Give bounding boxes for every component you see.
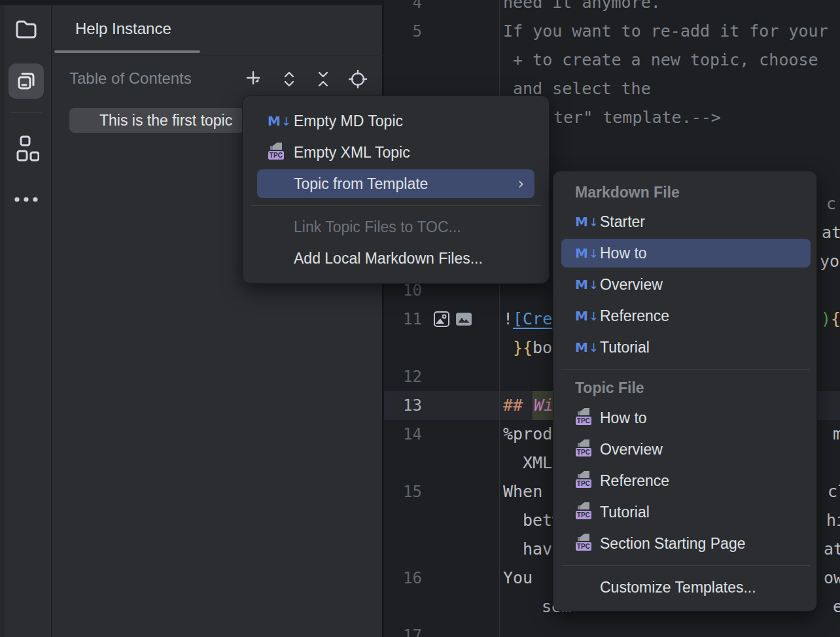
submenu-item-label: Tutorial bbox=[600, 333, 650, 362]
submenu-item-markdown-file-overview[interactable]: M↓Overview bbox=[561, 270, 811, 299]
add-icon[interactable] bbox=[245, 69, 264, 89]
submenu-section-header-markdown-file: Markdown File bbox=[575, 181, 680, 204]
submenu-item-label: Overview bbox=[600, 270, 663, 299]
panel-title: Table of Contents bbox=[69, 69, 192, 88]
collapse-all-icon[interactable] bbox=[313, 69, 333, 89]
panel-divider bbox=[52, 55, 383, 56]
more-tool-windows-button[interactable] bbox=[9, 182, 44, 217]
project-tool-button[interactable] bbox=[9, 12, 44, 47]
line-number: 4 bbox=[384, 0, 422, 17]
line-number: 16 bbox=[384, 564, 422, 593]
markdown-icon: M↓ bbox=[575, 337, 595, 357]
tab-underline bbox=[54, 50, 200, 53]
submenu-item-label: Section Starting Page bbox=[600, 529, 745, 558]
menu-separator bbox=[561, 369, 810, 370]
structure-tool-button[interactable] bbox=[9, 132, 44, 167]
line-number: 12 bbox=[384, 362, 422, 391]
topic-file-icon: TPC bbox=[575, 534, 595, 553]
line-number: 11 bbox=[384, 305, 422, 334]
submenu-item-markdown-file-how-to[interactable]: M↓How to bbox=[561, 239, 811, 267]
code-fragment: { bbox=[831, 305, 840, 334]
topic-file-icon: TPC bbox=[575, 408, 595, 428]
code-fragment: ) bbox=[821, 305, 831, 334]
menu-separator bbox=[561, 565, 810, 566]
code-fragment: need it anymore. bbox=[503, 0, 661, 17]
topic-file-icon: TPC bbox=[575, 471, 595, 491]
menu-item-label: Topic from Template bbox=[294, 169, 428, 198]
menu-item-label: Empty XML Topic bbox=[294, 138, 410, 167]
code-fragment: ! bbox=[503, 305, 513, 334]
submenu-item-topic-file-tutorial[interactable]: TPCTutorial bbox=[561, 498, 811, 526]
line-number: 5 bbox=[384, 17, 422, 46]
topic-file-icon: TPC bbox=[575, 439, 595, 459]
tool-window-sidebar bbox=[0, 0, 52, 637]
more-icon bbox=[13, 196, 39, 203]
structure-icon bbox=[13, 135, 39, 165]
code-fragment: c bbox=[826, 190, 836, 218]
window-edge bbox=[0, 0, 5, 637]
menu-item-empty-md-topic[interactable]: M↓Empty MD Topic bbox=[257, 107, 534, 135]
submenu-item-label: Customize Templates... bbox=[600, 573, 756, 602]
menu-item-empty-xml-topic[interactable]: TPCEmpty XML Topic bbox=[257, 138, 534, 167]
code-fragment: Wi bbox=[533, 391, 555, 420]
submenu-item-topic-file-how-to[interactable]: TPCHow to bbox=[561, 404, 811, 432]
submenu-item-markdown-file-reference[interactable]: M↓Reference bbox=[561, 301, 811, 330]
submenu-item-markdown-file-tutorial[interactable]: M↓Tutorial bbox=[561, 333, 811, 362]
ide-window: Help Instance Table of Contents bbox=[0, 0, 840, 637]
submenu-item-label: Reference bbox=[600, 301, 669, 330]
topic-file-icon: TPC bbox=[575, 502, 595, 522]
image-filled-icon[interactable] bbox=[455, 311, 472, 328]
chevron-right-icon: › bbox=[517, 169, 524, 198]
code-fragment: at bbox=[824, 535, 840, 564]
topic-file-icon: TPC bbox=[268, 143, 287, 162]
code-fragment: %prod bbox=[503, 420, 552, 449]
code-fragment: at bbox=[822, 218, 840, 247]
code-fragment: When bbox=[503, 477, 542, 506]
menu-item-link-topic-files-to-toc[interactable]: Link Topic Files to TOC... bbox=[257, 213, 534, 241]
code-fragment: cl bbox=[828, 477, 840, 506]
code-fragment: ## bbox=[503, 391, 523, 420]
code-fragment: ow bbox=[824, 564, 840, 593]
menu-item-label: Empty MD Topic bbox=[294, 107, 403, 135]
line-number: 13 bbox=[384, 391, 422, 420]
submenu-item-markdown-file-starter[interactable]: M↓Starter bbox=[561, 207, 811, 236]
submenu-item-label: How to bbox=[600, 404, 647, 432]
submenu-item-topic-file-section-starting-page[interactable]: TPCSection Starting Page bbox=[561, 529, 811, 558]
code-fragment: + to create a new topic, choose bbox=[513, 46, 818, 75]
tool-window-tab-help-instance[interactable]: Help Instance bbox=[75, 20, 171, 38]
submenu-item-topic-file-overview[interactable]: TPCOverview bbox=[561, 435, 811, 464]
markdown-icon: M↓ bbox=[575, 275, 595, 294]
submenu-section-header-topic-file: Topic File bbox=[575, 376, 644, 400]
menu-item-label: Add Local Markdown Files... bbox=[294, 244, 483, 273]
line-number: 15 bbox=[384, 477, 422, 506]
writerside-instances-tool-button[interactable] bbox=[9, 63, 44, 99]
code-fragment: bo bbox=[533, 334, 552, 362]
menu-item-label: Link Topic Files to TOC... bbox=[294, 213, 461, 241]
sidebar-divider bbox=[10, 112, 42, 112]
code-fragment: }{ bbox=[513, 334, 533, 362]
image-outline-icon[interactable] bbox=[433, 311, 450, 328]
submenu-item-label: Tutorial bbox=[600, 498, 650, 526]
submenu-item-customize-templates[interactable]: Customize Templates... bbox=[561, 573, 811, 602]
folder-icon bbox=[14, 17, 39, 42]
code-fragment: e bbox=[833, 593, 840, 621]
context-menu: M↓Empty MD TopicTPCEmpty XML TopicTopic … bbox=[242, 95, 550, 284]
menu-item-topic-from-template[interactable]: Topic from Template› bbox=[257, 169, 534, 198]
locate-icon[interactable] bbox=[348, 69, 368, 89]
menu-separator bbox=[251, 205, 542, 206]
templates-submenu: Markdown FileM↓StarterM↓How toM↓Overview… bbox=[553, 171, 817, 611]
submenu-item-label: Starter bbox=[600, 207, 645, 236]
markdown-icon: M↓ bbox=[575, 306, 595, 326]
window-top-edge bbox=[0, 0, 383, 5]
toc-tree-item-first-topic[interactable]: This is the first topic bbox=[69, 108, 245, 133]
expand-all-icon[interactable] bbox=[279, 69, 299, 89]
menu-item-add-local-markdown-files[interactable]: Add Local Markdown Files... bbox=[257, 244, 534, 273]
code-fragment: yo bbox=[820, 247, 839, 276]
submenu-item-topic-file-reference[interactable]: TPCReference bbox=[561, 466, 811, 495]
submenu-item-label: Overview bbox=[600, 435, 663, 464]
code-fragment: [Cre bbox=[513, 305, 552, 334]
markdown-icon: M↓ bbox=[575, 243, 595, 263]
code-fragment: m bbox=[833, 420, 840, 449]
code-fragment: ter" template.--> bbox=[553, 103, 721, 132]
markdown-icon: M↓ bbox=[268, 111, 287, 131]
